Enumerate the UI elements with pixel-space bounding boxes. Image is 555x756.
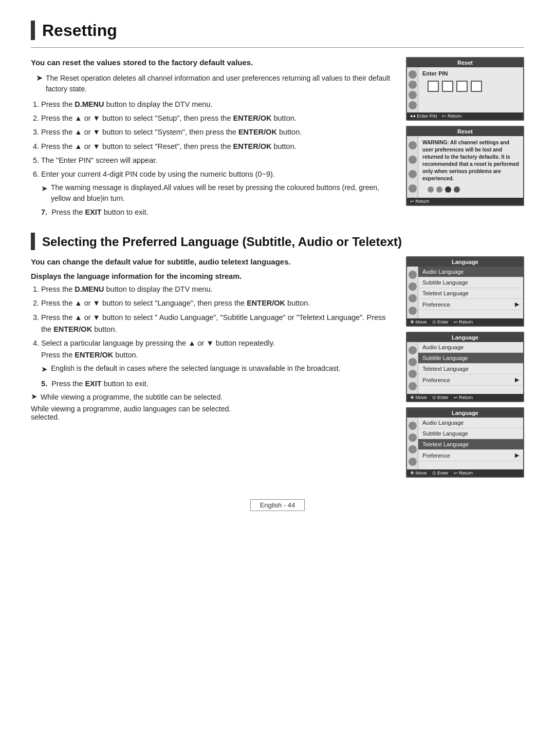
dot-grey1 (428, 186, 434, 193)
lang-screen1-icons (407, 267, 418, 318)
menu-teletext-lang2: Teletext Language (418, 364, 523, 374)
lang-screen2: Language Audio Language Subtitle Languag… (406, 332, 524, 402)
language-intro: You can change the default value for sub… (31, 256, 391, 267)
resetting-step5: The "Enter PIN" screen will appear. (41, 155, 391, 166)
footer-move3: ❖ Move (410, 470, 427, 476)
lang-menu3: Audio Language Subtitle Language Teletex… (418, 418, 523, 469)
lang-step2: Press the ▲ or ▼ button to select "Langu… (41, 297, 391, 309)
menu-subtitle-lang1: Subtitle Language (418, 277, 523, 288)
licon2-3 (409, 370, 417, 378)
licon2 (409, 282, 417, 291)
lang-screen2-title: Language (407, 333, 523, 342)
page-footer: English - 44 (31, 494, 524, 511)
menu-pref3: Preference ▶ (418, 450, 523, 461)
pin-box3 (456, 81, 468, 92)
menu-teletext-lang3: Teletext Language (418, 439, 523, 450)
resetting-section: Resetting You can reset the values store… (31, 21, 524, 216)
lang-note1-text: While viewing a programme, the subtitle … (41, 392, 223, 403)
menu-subtitle-lang3: Subtitle Language (418, 428, 523, 439)
footer-enter1: ⊙ Enter (432, 319, 449, 325)
footer-return-l3: ↩ Return (454, 470, 473, 476)
resetting-intro: You can reset the values stored to the f… (31, 57, 391, 68)
lang-screen1-body-wrap: Audio Language Subtitle Language Teletex… (407, 267, 523, 318)
pin-box2 (442, 81, 453, 92)
licon1 (409, 271, 417, 279)
resetting-screens: Reset Enter PIN (406, 57, 524, 216)
lang-screen3: Language Audio Language Subtitle Languag… (406, 407, 524, 478)
lang-screen1: Language Audio Language Subtitle Languag… (406, 256, 524, 327)
reset-screen2: Reset WARNING: All channel settings and … (406, 126, 524, 206)
lang-screen2-icons (407, 342, 418, 394)
icon3 (409, 170, 417, 178)
dot-med (454, 186, 460, 193)
reset-screen1-label: Enter PIN (422, 70, 519, 77)
pin-box4 (471, 81, 482, 92)
lang-screen2-footer: ❖ Move ⊙ Enter ↩ Return (407, 394, 523, 401)
icon2 (409, 81, 417, 89)
resetting-note1: ➤ The Reset operation deletes all channe… (31, 73, 391, 94)
reset-warning-text: WARNING: All channel settings and user p… (422, 139, 519, 182)
icon2 (409, 156, 417, 164)
step4-arrow-icon: ➤ (41, 363, 48, 375)
resetting-step3: Press the ▲ or ▼ button to select "Syste… (41, 126, 391, 138)
footer-enter2: ⊙ Enter (432, 395, 449, 400)
footer-return1: ↩ Return (442, 114, 461, 119)
dot-dark (445, 186, 451, 193)
footer-return-l1: ↩ Return (454, 319, 473, 325)
licon2-4 (409, 382, 417, 390)
resetting-step2: Press the ▲ or ▼ button to select "Setup… (41, 112, 391, 124)
arrow-icon: ➤ (36, 73, 43, 94)
menu-pref2: Preference ▶ (418, 374, 523, 386)
lang-screen1-footer: ❖ Move ⊙ Enter ↩ Return (407, 318, 523, 326)
lang-screen3-footer: ❖ Move ⊙ Enter ↩ Return (407, 469, 523, 477)
lang-screen3-icons (407, 418, 418, 469)
resetting-step4: Press the ▲ or ▼ button to select "Reset… (41, 141, 391, 153)
lang-screen3-title: Language (407, 408, 523, 418)
section-divider (31, 47, 524, 48)
footer-move2: ❖ Move (410, 395, 427, 400)
reset-screen2-footer: ↩ Return (407, 198, 523, 205)
lang-heading-bar (31, 233, 35, 250)
pin-box1 (428, 81, 439, 92)
licon3-2 (409, 433, 417, 442)
lang-menu2: Audio Language Subtitle Language Teletex… (418, 342, 523, 394)
resetting-step1: Press the D.MENU button to display the D… (41, 99, 391, 110)
reset-screen1-title: Reset (407, 58, 523, 67)
resetting-step7: 7. Press the EXIT button to exit. (41, 208, 391, 216)
lang-screen1-title: Language (407, 257, 523, 267)
lang-step4-tip: English is the default in cases where th… (51, 363, 340, 375)
resetting-title: Resetting (42, 21, 117, 40)
language-title: Selecting the Preferred Language (Subtit… (42, 234, 402, 250)
color-dots-row (428, 186, 519, 193)
licon2-1 (409, 346, 417, 354)
footer-enter3: ⊙ Enter (432, 470, 449, 476)
reset-screen2-icons (407, 136, 418, 198)
reset-screen2-body-wrap: WARNING: All channel settings and user p… (407, 136, 523, 198)
lang-menu1: Audio Language Subtitle Language Teletex… (418, 267, 523, 318)
language-section: Selecting the Preferred Language (Subtit… (31, 233, 524, 478)
menu-subtitle-lang2: Subtitle Language (418, 353, 523, 364)
resetting-step6-note: The warning message is displayed.All val… (51, 182, 391, 204)
language-display-label: Displays the language information for th… (31, 272, 391, 280)
footer-move1: ❖ Move (410, 319, 427, 325)
lang-note2b: selected. (31, 413, 391, 421)
icon3 (409, 91, 417, 99)
footer-return-l2: ↩ Return (454, 395, 473, 400)
lang-note1: ➤ While viewing a programme, the subtitl… (31, 392, 391, 403)
licon3-4 (409, 458, 417, 466)
icon4 (409, 101, 417, 109)
reset-screen1-body-wrap: Enter PIN (407, 67, 523, 112)
resetting-note1-text: The Reset operation deletes all channel … (46, 73, 391, 94)
menu-audio-lang3: Audio Language (418, 418, 523, 428)
licon3-1 (409, 422, 417, 430)
footer-return2: ↩ Return (410, 199, 430, 204)
lang-step3: Press the ▲ or ▼ button to select " Audi… (41, 312, 391, 335)
reset-screen1-content: Enter PIN (418, 67, 523, 112)
resetting-heading: Resetting (31, 21, 524, 40)
language-text: You can change the default value for sub… (31, 256, 391, 478)
lang-note2: While viewing a programme, audio languag… (31, 405, 391, 413)
resetting-steps: Press the D.MENU button to display the D… (31, 99, 391, 204)
licon3 (409, 294, 417, 303)
lang-step4: Select a particular language by pressing… (41, 337, 391, 375)
lang-step5: 5. Press the EXIT button to exit. (41, 380, 391, 388)
